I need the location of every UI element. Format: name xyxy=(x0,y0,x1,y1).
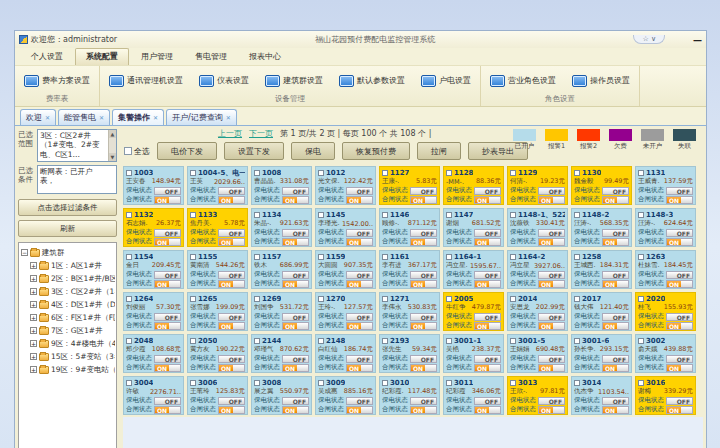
protect-status-toggle[interactable]: OFF xyxy=(218,313,245,321)
protect-status-toggle[interactable]: OFF xyxy=(666,397,693,405)
ribbon-collapse-control[interactable]: ☆ ∨ xyxy=(633,35,665,44)
protect-status-toggle[interactable]: OFF xyxy=(538,355,565,363)
expand-icon[interactable]: + xyxy=(30,366,37,373)
menu-tab-报表中心[interactable]: 报表中心 xyxy=(239,49,291,65)
card-checkbox[interactable] xyxy=(446,380,452,386)
protect-status-toggle[interactable]: OFF xyxy=(410,229,437,237)
card-checkbox[interactable] xyxy=(382,254,388,260)
card-checkbox[interactable] xyxy=(126,338,132,344)
switch-status-toggle[interactable]: ON xyxy=(474,322,501,330)
meter-card-3011[interactable]: 3011纪彩霞346.06元保电状态OFF合闸状态ON xyxy=(443,376,504,415)
scroll-down-icon[interactable]: ▼ xyxy=(109,153,117,161)
meter-card-1148-3[interactable]: 1148-3汪涛-.624.64元保电状态OFF合闸状态ON xyxy=(635,208,696,247)
protect-status-toggle[interactable]: OFF xyxy=(282,271,309,279)
meter-card-3006[interactable]: 3006王苇玲125.83元保电状态OFF合闸状态ON xyxy=(187,376,248,415)
card-checkbox[interactable] xyxy=(190,170,196,176)
card-checkbox[interactable] xyxy=(382,296,388,302)
card-checkbox[interactable] xyxy=(510,338,516,344)
switch-status-toggle[interactable]: ON xyxy=(410,406,437,414)
switch-status-toggle[interactable]: ON xyxy=(538,322,565,330)
meter-card-1159[interactable]: 1159大圆圆907.35元保电状态OFF合闸状态ON xyxy=(315,250,376,289)
expand-icon[interactable]: + xyxy=(30,327,37,334)
switch-status-toggle[interactable]: ON xyxy=(218,322,245,330)
meter-card-3014[interactable]: 3014仇杰争1103.54..保电状态OFF合闸状态ON xyxy=(571,376,632,415)
protect-status-toggle[interactable]: OFF xyxy=(538,187,565,195)
meter-card-3008[interactable]: 3008展之翼550.97元保电状态OFF合闸状态ON xyxy=(251,376,312,415)
card-checkbox[interactable] xyxy=(446,296,452,302)
protect-status-toggle[interactable]: OFF xyxy=(346,355,373,363)
doc-tab-集警操作[interactable]: 集警操作✕ xyxy=(112,109,164,125)
toolbar-button-恢复预付费[interactable]: 恢复预付费 xyxy=(342,142,410,160)
selected-range-box[interactable]: 3区：C区2#井（1#变电、2#变电、C区1… ▲▼ xyxy=(37,129,117,162)
ribbon-button-费率方案设置[interactable]: 费率方案设置 xyxy=(21,73,93,89)
next-page-link[interactable]: 下一页 xyxy=(249,128,273,139)
tree-item[interactable]: +19区：9#变电站（2#… xyxy=(30,363,115,376)
scroll-up-icon[interactable]: ▲ xyxy=(109,130,117,138)
protect-status-toggle[interactable]: OFF xyxy=(538,271,565,279)
card-checkbox[interactable] xyxy=(446,254,452,260)
protect-status-toggle[interactable]: OFF xyxy=(474,355,501,363)
meter-card-2017[interactable]: 2017钱大伟121.40元保电状态OFF合闸状态ON xyxy=(571,292,632,331)
meter-card-1161[interactable]: 1161李有进367.17元保电状态OFF合闸状态ON xyxy=(379,250,440,289)
protect-status-toggle[interactable]: OFF xyxy=(218,397,245,405)
switch-status-toggle[interactable]: ON xyxy=(666,364,693,372)
card-checkbox[interactable] xyxy=(126,296,132,302)
card-checkbox[interactable] xyxy=(126,380,132,386)
switch-status-toggle[interactable]: ON xyxy=(410,364,437,372)
switch-status-toggle[interactable]: ON xyxy=(218,364,245,372)
switch-status-toggle[interactable]: ON xyxy=(410,322,437,330)
card-checkbox[interactable] xyxy=(190,380,196,386)
meter-card-3001-6[interactable]: 3001-6孙长争.293.15元保电状态OFF合闸状态ON xyxy=(571,334,632,373)
switch-status-toggle[interactable]: ON xyxy=(154,196,181,204)
switch-status-toggle[interactable]: ON xyxy=(410,238,437,246)
doc-tab-欢迎[interactable]: 欢迎✕ xyxy=(20,109,56,125)
protect-status-toggle[interactable]: OFF xyxy=(218,271,245,279)
tree-item[interactable]: +15区：5#变站（3#变… xyxy=(30,350,115,363)
switch-status-toggle[interactable]: ON xyxy=(346,238,373,246)
protect-status-toggle[interactable]: OFF xyxy=(666,271,693,279)
close-icon[interactable]: ✕ xyxy=(99,114,104,121)
meter-card-1008[interactable]: 1008曹晶晶.331.08元保电状态OFF合闸状态ON xyxy=(251,166,312,205)
meter-card-1164-1[interactable]: 1164-1冯立星.1595.67..保电状态OFF合闸状态ON xyxy=(443,250,504,289)
switch-status-toggle[interactable]: ON xyxy=(602,406,629,414)
ribbon-button-营业角色设置[interactable]: 营业角色设置 xyxy=(487,73,559,89)
meter-card-2050[interactable]: 2050黄方友190.22元保电状态OFF合闸状态ON xyxy=(187,334,248,373)
meter-card-1270[interactable]: 1270王玲-.127.57元保电状态OFF合闸状态ON xyxy=(315,292,376,331)
menu-tab-系统配置[interactable]: 系统配置 xyxy=(75,48,129,65)
protect-status-toggle[interactable]: OFF xyxy=(602,355,629,363)
meter-card-1129[interactable]: 1129何清-.19.23元保电状态OFF合闸状态ON xyxy=(507,166,568,205)
minimize-button[interactable]: — xyxy=(693,35,702,45)
card-checkbox[interactable] xyxy=(254,380,260,386)
switch-status-toggle[interactable]: ON xyxy=(538,196,565,204)
protect-status-toggle[interactable]: OFF xyxy=(602,229,629,237)
meter-card-3013[interactable]: 3013王欣-.97.81元保电状态OFF合闸状态ON xyxy=(507,376,568,415)
switch-status-toggle[interactable]: ON xyxy=(602,322,629,330)
doc-tab-能管售电[interactable]: 能管售电✕ xyxy=(58,109,110,125)
protect-status-toggle[interactable]: OFF xyxy=(474,313,501,321)
meter-card-1145[interactable]: 1145李瑾光.1542.00..保电状态OFF合闸状态ON xyxy=(315,208,376,247)
protect-status-toggle[interactable]: OFF xyxy=(282,355,309,363)
switch-status-toggle[interactable]: ON xyxy=(346,322,373,330)
meter-card-1258[interactable]: 1258王城西.184.31元保电状态OFF合闸状态ON xyxy=(571,250,632,289)
protect-status-toggle[interactable]: OFF xyxy=(218,229,245,237)
protect-status-toggle[interactable]: OFF xyxy=(666,229,693,237)
card-checkbox[interactable] xyxy=(190,254,196,260)
expand-icon[interactable]: + xyxy=(30,288,37,295)
expand-icon[interactable]: + xyxy=(30,353,37,360)
card-checkbox[interactable] xyxy=(574,254,580,260)
card-checkbox[interactable] xyxy=(254,296,260,302)
toolbar-button-保电[interactable]: 保电 xyxy=(291,142,335,160)
protect-status-toggle[interactable]: OFF xyxy=(410,271,437,279)
protect-status-toggle[interactable]: OFF xyxy=(346,397,373,405)
card-checkbox[interactable] xyxy=(510,254,516,260)
card-checkbox[interactable] xyxy=(574,296,580,302)
meter-card-1155[interactable]: 1155黄南清544.26元保电状态OFF合闸状态ON xyxy=(187,250,248,289)
meter-card-3016[interactable]: 3016谢梅339.29元保电状态OFF合闸状态ON xyxy=(635,376,696,415)
prev-page-link[interactable]: 上一页 xyxy=(218,128,242,139)
protect-status-toggle[interactable]: OFF xyxy=(410,355,437,363)
toolbar-button-拉闸[interactable]: 拉闸 xyxy=(417,142,461,160)
protect-status-toggle[interactable]: OFF xyxy=(154,187,181,195)
switch-status-toggle[interactable]: ON xyxy=(346,196,373,204)
tree-item[interactable]: +4区：D区1#井（D区1… xyxy=(30,298,115,311)
card-checkbox[interactable] xyxy=(318,254,324,260)
